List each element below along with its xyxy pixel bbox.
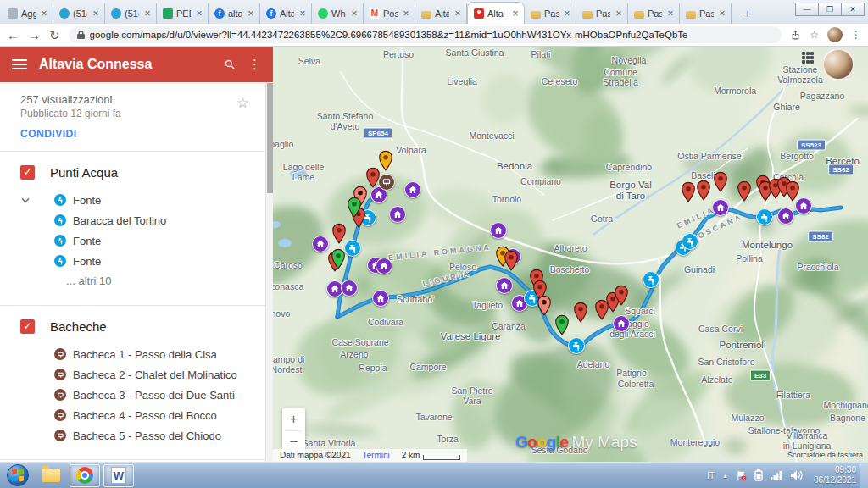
- layer-title[interactable]: Punti Acqua: [50, 165, 118, 180]
- red-pin-marker[interactable]: [574, 302, 588, 326]
- zoom-in-button[interactable]: +: [282, 408, 305, 430]
- show-more-items[interactable]: ... altri 10: [0, 271, 273, 291]
- list-item[interactable]: Bacheca 2 - Chalet del Molinatico: [0, 364, 273, 385]
- back-button[interactable]: ←: [7, 29, 19, 42]
- tab-close-icon[interactable]: ×: [717, 8, 727, 19]
- list-item[interactable]: Fonte: [0, 230, 273, 251]
- sidebar-menu-icon[interactable]: ⋮: [248, 57, 261, 72]
- green-pin-marker[interactable]: [555, 314, 570, 339]
- language-indicator[interactable]: IT: [707, 471, 715, 480]
- browser-tab[interactable]: (51(×: [105, 3, 157, 24]
- new-tab-button[interactable]: +: [737, 5, 759, 22]
- red-pin-marker[interactable]: [615, 285, 629, 309]
- salmon-pin-marker[interactable]: [537, 295, 552, 319]
- lodging-marker[interactable]: [312, 236, 329, 252]
- browser-tab[interactable]: Wh×: [312, 3, 364, 24]
- chevron-down-icon[interactable]: [21, 195, 29, 202]
- address-bar[interactable]: google.com/maps/d/u/0/viewer?ll=44.44234…: [69, 26, 782, 43]
- browser-tab[interactable]: PED×: [157, 3, 209, 24]
- reload-button[interactable]: ↻: [49, 29, 60, 42]
- red-pin-marker[interactable]: [332, 223, 347, 247]
- layer-checkbox[interactable]: ✓: [20, 165, 35, 180]
- favorite-star-icon[interactable]: ☆: [236, 94, 249, 112]
- hidden-icons-arrow[interactable]: ▲: [722, 473, 728, 479]
- lodging-marker[interactable]: [341, 280, 358, 297]
- water-point-marker[interactable]: [643, 271, 659, 288]
- search-icon[interactable]: [224, 58, 236, 71]
- red-pin-marker[interactable]: [786, 180, 800, 205]
- tab-close-icon[interactable]: ×: [142, 8, 153, 19]
- browser-tab[interactable]: Pas×: [680, 3, 732, 24]
- red-pin-marker[interactable]: [504, 250, 519, 274]
- volume-icon[interactable]: [791, 470, 803, 480]
- action-center-flag-icon[interactable]: [736, 470, 747, 481]
- map-profile-avatar[interactable]: [822, 48, 854, 80]
- browser-tab[interactable]: fAlta×: [260, 3, 312, 24]
- tab-close-icon[interactable]: ×: [246, 8, 256, 19]
- lodging-marker[interactable]: [712, 199, 729, 216]
- share-icon[interactable]: [790, 30, 801, 41]
- bookmark-star-icon[interactable]: ☆: [810, 29, 819, 41]
- board-marker[interactable]: [378, 174, 395, 191]
- list-item[interactable]: Bacheca 1 - Passo della Cisa: [0, 344, 273, 364]
- lodging-marker[interactable]: [496, 277, 513, 294]
- close-window-button[interactable]: ✕: [841, 3, 865, 16]
- keyboard-shortcuts-link[interactable]: Scorciatoie da tastiera: [787, 451, 863, 459]
- terms-link[interactable]: Termini: [363, 451, 390, 460]
- browser-tab[interactable]: Pas×: [525, 3, 576, 24]
- browser-tab-active[interactable]: Alta×: [467, 2, 525, 24]
- tab-close-icon[interactable]: ×: [349, 8, 359, 19]
- red-pin-marker[interactable]: [737, 180, 752, 205]
- lodging-marker[interactable]: [389, 206, 406, 223]
- tab-close-icon[interactable]: ×: [510, 8, 520, 19]
- browser-menu-icon[interactable]: ⋮: [851, 29, 861, 41]
- network-signal-icon[interactable]: [771, 470, 783, 480]
- browser-tab[interactable]: falta×: [209, 3, 260, 24]
- red-pin-marker[interactable]: [366, 167, 381, 191]
- minimize-button[interactable]: —: [795, 3, 819, 16]
- tab-close-icon[interactable]: ×: [665, 8, 676, 19]
- clock[interactable]: 09:3006/12/2021: [814, 465, 856, 486]
- tab-close-icon[interactable]: ×: [562, 8, 572, 19]
- tab-close-icon[interactable]: ×: [39, 8, 49, 19]
- browser-tab[interactable]: Alta×: [415, 3, 467, 24]
- red-pin-marker[interactable]: [697, 180, 711, 204]
- tab-close-icon[interactable]: ×: [453, 8, 463, 19]
- list-item[interactable]: Fonte: [0, 190, 273, 210]
- tab-close-icon[interactable]: ×: [194, 8, 204, 19]
- browser-tab[interactable]: MPos×: [364, 3, 415, 24]
- layer-checkbox[interactable]: ✓: [20, 319, 35, 334]
- share-button[interactable]: CONDIVIDI: [20, 128, 77, 140]
- chrome-taskbar-icon[interactable]: [70, 464, 100, 487]
- water-point-marker[interactable]: [568, 337, 585, 354]
- restore-button[interactable]: ❐: [818, 3, 842, 16]
- browser-tab[interactable]: Pas×: [628, 3, 680, 24]
- map-canvas[interactable]: SelvaPertusoSanta GiustinaPilatiLiveglia…: [273, 47, 868, 462]
- browser-tab[interactable]: Agg×: [2, 3, 53, 24]
- tab-close-icon[interactable]: ×: [298, 8, 308, 19]
- lodging-marker[interactable]: [372, 290, 389, 307]
- start-button[interactable]: [7, 464, 29, 486]
- list-item[interactable]: Baracca del Torlino: [0, 210, 273, 230]
- browser-tab[interactable]: Pas×: [576, 3, 628, 24]
- browser-tab[interactable]: (51(×: [53, 3, 105, 24]
- lodging-marker[interactable]: [613, 315, 630, 332]
- red-pin-marker[interactable]: [682, 181, 696, 206]
- scrollbar-thumb[interactable]: [267, 83, 273, 193]
- green-pin-marker[interactable]: [348, 197, 362, 221]
- explorer-taskbar-icon[interactable]: [36, 464, 66, 487]
- menu-icon[interactable]: [12, 59, 27, 69]
- forward-button[interactable]: →: [28, 29, 41, 42]
- list-item[interactable]: Bacheca 4 - Passo del Bocco: [0, 405, 273, 425]
- tab-close-icon[interactable]: ×: [614, 8, 624, 19]
- red-pin-marker[interactable]: [714, 171, 728, 196]
- lodging-marker[interactable]: [376, 258, 392, 274]
- layer-title[interactable]: Bacheche: [50, 319, 107, 334]
- profile-avatar[interactable]: [827, 27, 843, 42]
- lodging-marker[interactable]: [777, 208, 794, 225]
- lodging-marker[interactable]: [490, 222, 507, 239]
- green-pin-marker[interactable]: [331, 248, 346, 273]
- battery-icon[interactable]: [754, 469, 763, 481]
- word-taskbar-icon[interactable]: W: [103, 464, 134, 487]
- keyboard-grid-icon[interactable]: [802, 52, 815, 65]
